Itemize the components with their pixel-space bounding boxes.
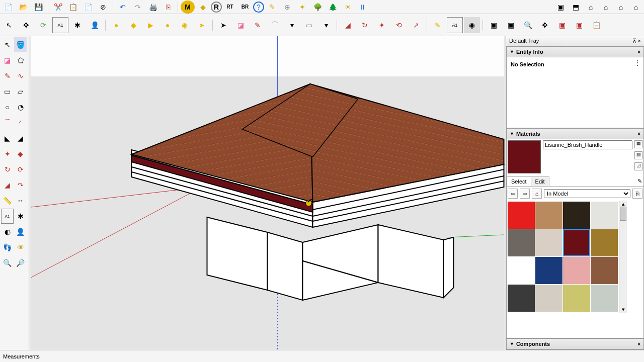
wedge2-tool-icon[interactable]: ◢ — [14, 131, 27, 146]
follow-tool-icon[interactable]: ◆ — [14, 146, 27, 161]
offset3-tool-icon[interactable]: ⟳ — [14, 162, 27, 177]
left-view-icon[interactable]: ⌂ — [614, 1, 628, 14]
m-icon[interactable]: M — [181, 1, 195, 14]
offset2-tool-icon[interactable]: ↻ — [1, 162, 14, 177]
swatch-13[interactable] — [535, 285, 562, 312]
swatch-9[interactable] — [535, 257, 562, 284]
section-tool-icon[interactable]: 👤 — [14, 224, 27, 239]
component3-icon[interactable]: ▣ — [554, 17, 570, 33]
br-icon[interactable]: BR — [238, 1, 252, 14]
extents-icon[interactable]: ✥ — [537, 17, 553, 33]
zoom3-tool-icon[interactable]: 🔍 — [1, 255, 14, 270]
redo-icon[interactable]: ↷ — [131, 1, 145, 14]
tape-tool-icon[interactable]: 📏 — [1, 193, 14, 208]
component2-icon[interactable]: ▣ — [503, 17, 519, 33]
tag2-tool-icon[interactable]: A1 — [1, 209, 14, 224]
circle2-tool-icon[interactable]: ○ — [1, 100, 14, 115]
r-icon[interactable]: R — [211, 2, 222, 13]
eraser2-tool-icon[interactable]: ◪ — [1, 53, 14, 68]
iso-view-icon[interactable]: ▣ — [553, 1, 568, 14]
tray-header[interactable]: Default Tray ⊼ × — [506, 36, 644, 46]
plane-yellow-icon[interactable]: ◆ — [125, 17, 141, 33]
entity-info-header[interactable]: ▼ Entity Info × — [507, 47, 643, 57]
copy-icon[interactable]: 📋 — [66, 1, 80, 14]
rect4-tool-icon[interactable]: ▱ — [14, 84, 27, 99]
pencil-tool-icon[interactable]: ✎ — [250, 17, 266, 33]
swatch-7[interactable] — [591, 229, 618, 256]
protractor-tool-icon[interactable]: ◐ — [1, 224, 14, 239]
circle-yellow-icon[interactable]: ● — [108, 17, 124, 33]
curve-tool-icon[interactable]: ∿ — [14, 68, 27, 83]
pause-icon[interactable]: ⏸ — [356, 1, 370, 14]
component-icon[interactable]: ▣ — [486, 17, 502, 33]
poly-tool-icon[interactable]: ⬠ — [14, 53, 27, 68]
push2-tool-icon[interactable]: ✦ — [1, 146, 14, 161]
top-view-icon[interactable]: ⬒ — [569, 1, 583, 14]
export-tool-icon[interactable]: ↗ — [408, 17, 424, 33]
material-fwd-icon[interactable]: ⇨ — [520, 189, 530, 199]
rect-tool-icon[interactable]: ▭ — [301, 17, 317, 33]
wedge-tool-icon[interactable]: ◣ — [1, 131, 14, 146]
move2-tool-icon[interactable]: ◢ — [1, 177, 14, 193]
save-file-icon[interactable]: 💾 — [31, 1, 45, 14]
axes2-tool-icon[interactable]: ✱ — [14, 209, 27, 224]
sphere-yellow-icon[interactable]: ● — [159, 17, 176, 33]
fill-tool-icon[interactable]: ◢ — [340, 17, 356, 33]
bucket-tool-icon[interactable]: 🪣 — [14, 37, 27, 52]
pie-tool-icon[interactable]: ◔ — [14, 100, 27, 115]
material-edit-icon[interactable]: ✎ — [636, 176, 643, 186]
swatch-6[interactable] — [563, 229, 590, 256]
arc3-tool-icon[interactable]: ⌒ — [1, 115, 14, 130]
arc-tool-icon[interactable]: ⌒ — [267, 17, 283, 33]
eraser-tool-icon[interactable]: ◪ — [232, 17, 249, 33]
material-default-icon[interactable]: ▨ — [634, 151, 642, 159]
rt-icon[interactable]: RT — [223, 1, 237, 14]
select-tool-icon[interactable]: ↖ — [1, 17, 17, 33]
push-yellow-icon[interactable]: ▶ — [142, 17, 158, 33]
text-tool-icon[interactable]: A1 — [52, 17, 68, 33]
arc2-tool-icon[interactable]: ▾ — [284, 17, 300, 33]
material-name-input[interactable] — [543, 140, 632, 149]
pencil2-tool-icon[interactable]: ✎ — [1, 68, 14, 83]
tab-select[interactable]: Select — [507, 176, 531, 186]
walk-tool-icon[interactable]: 👣 — [1, 240, 14, 255]
materials-header[interactable]: ▼ Materials × — [507, 129, 643, 139]
print-icon[interactable]: 🖨️ — [146, 1, 160, 14]
undo-icon[interactable]: ↶ — [116, 1, 130, 14]
export-icon[interactable]: ⎘ — [161, 1, 175, 14]
open-file-icon[interactable]: 📂 — [16, 1, 30, 14]
swatch-3[interactable] — [591, 202, 618, 229]
zoom-icon[interactable]: 🔍 — [520, 17, 536, 33]
cursor-icon[interactable]: ➤ — [215, 17, 231, 33]
tag-icon[interactable]: ◆ — [196, 1, 210, 14]
material-tri-icon[interactable]: ◿ — [634, 162, 642, 170]
cut-icon[interactable]: ✂️ — [51, 1, 65, 14]
arrow-tool-icon[interactable]: ↖ — [1, 37, 14, 52]
flip-tool-icon[interactable]: ✦ — [374, 17, 390, 33]
axes-tool-icon[interactable]: ✱ — [69, 17, 86, 33]
entity-close-icon[interactable]: × — [637, 49, 640, 55]
rotate2-tool-icon[interactable]: ↷ — [14, 177, 27, 193]
script-icon[interactable]: ✎ — [265, 1, 279, 14]
sun-icon[interactable]: ☀ — [341, 1, 355, 14]
material-preview[interactable] — [508, 140, 541, 173]
swatches-scrollbar[interactable]: ▴ ▾ — [619, 201, 627, 313]
components-close-icon[interactable]: × — [637, 341, 640, 347]
swatch-5[interactable] — [535, 229, 562, 256]
material-library-select[interactable]: In Model — [544, 189, 630, 198]
look-tool-icon[interactable]: 👁 — [14, 240, 27, 255]
material-home-icon[interactable]: ⌂ — [532, 189, 542, 199]
offset-tool-icon[interactable]: ⟳ — [35, 17, 51, 33]
swatch-8[interactable] — [508, 257, 535, 284]
globe-icon[interactable]: ⊕ — [280, 1, 294, 14]
tab-edit[interactable]: Edit — [531, 176, 549, 186]
material-create-icon[interactable]: ▦ — [634, 140, 642, 148]
swatch-4[interactable] — [508, 229, 535, 256]
rect3-tool-icon[interactable]: ▭ — [1, 84, 14, 99]
right-view-icon[interactable]: ⌂ — [629, 1, 643, 14]
highlight2-icon[interactable]: ◉ — [464, 17, 480, 33]
components-header[interactable]: ▼ Components × — [507, 339, 643, 349]
extents2-tool-icon[interactable]: 🔎 — [14, 255, 27, 270]
front-view-icon[interactable]: ⌂ — [584, 1, 598, 14]
entity-menu-icon[interactable]: ⋮ — [634, 59, 640, 66]
